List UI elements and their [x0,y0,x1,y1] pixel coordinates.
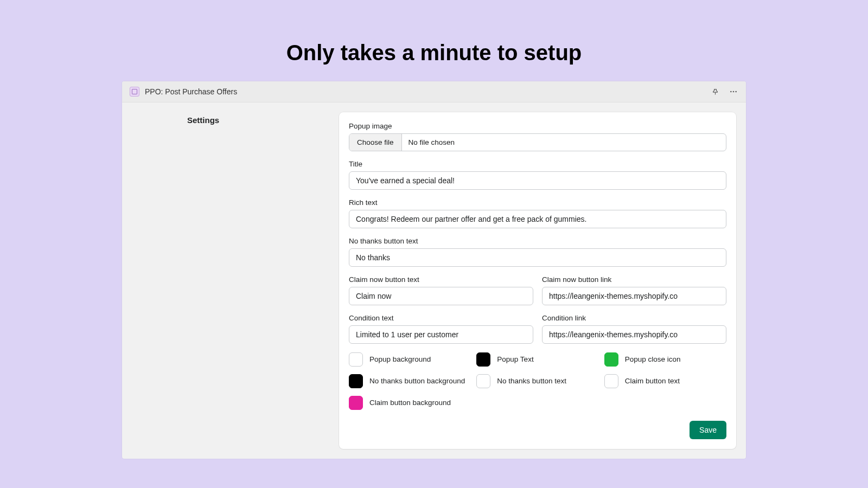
field-claim-text: Claim now button text [349,275,533,305]
color-label: No thanks button text [497,377,566,386]
rich-text-input[interactable] [349,210,726,228]
sidebar: Settings [122,102,339,459]
content-area: Settings Popup image Choose file No file… [122,102,746,459]
svg-point-1 [733,91,735,93]
claim-link-label: Claim now button link [542,275,726,284]
color-no-thanks-bg: No thanks button background [349,374,471,388]
choose-file-button[interactable]: Choose file [349,134,402,151]
color-label: Popup Text [497,355,533,364]
color-claim-text: Claim button text [604,374,726,388]
title-label: Title [349,160,726,168]
color-label: Claim button text [625,377,680,386]
swatch-claim-bg[interactable] [349,396,363,410]
file-status: No file chosen [402,134,462,151]
claim-link-input[interactable] [542,287,726,305]
svg-point-2 [735,91,737,93]
sidebar-title: Settings [187,115,339,125]
swatch-popup-text[interactable] [476,352,490,367]
color-label: No thanks button background [369,377,465,386]
field-no-thanks: No thanks button text [349,237,726,267]
app-icon [130,87,139,97]
condition-text-input[interactable] [349,325,533,344]
swatch-popup-close-icon[interactable] [604,352,618,367]
no-thanks-input[interactable] [349,248,726,267]
swatch-popup-background[interactable] [349,352,363,367]
color-grid: Popup background Popup Text Popup close … [349,352,726,410]
more-icon[interactable] [729,87,738,97]
form-actions: Save [349,421,726,439]
app-title: PPO: Post Purchase Offers [145,87,710,96]
main-panel: Popup image Choose file No file chosen T… [339,102,746,459]
swatch-claim-text[interactable] [604,374,618,388]
popup-image-label: Popup image [349,122,726,130]
color-popup-close-icon: Popup close icon [604,352,726,367]
page-headline: Only takes a minute to setup [0,0,868,81]
color-popup-background: Popup background [349,352,471,367]
pin-icon[interactable] [710,87,720,97]
color-label: Claim button background [369,399,451,408]
field-claim-link: Claim now button link [542,275,726,305]
svg-point-0 [730,91,732,93]
settings-card: Popup image Choose file No file chosen T… [339,112,736,449]
titlebar: PPO: Post Purchase Offers [122,81,746,102]
swatch-no-thanks-text[interactable] [476,374,490,388]
condition-link-label: Condition link [542,314,726,322]
color-label: Popup close icon [625,355,681,364]
titlebar-actions [710,87,738,97]
file-input[interactable]: Choose file No file chosen [349,133,726,151]
app-window: PPO: Post Purchase Offers Settings Popup… [122,81,746,459]
field-title: Title [349,160,726,190]
field-popup-image: Popup image Choose file No file chosen [349,122,726,151]
color-claim-bg: Claim button background [349,396,471,410]
field-rich-text: Rich text [349,198,726,228]
save-button[interactable]: Save [690,421,726,439]
condition-text-label: Condition text [349,314,533,322]
color-label: Popup background [369,355,431,364]
no-thanks-label: No thanks button text [349,237,726,245]
rich-text-label: Rich text [349,198,726,207]
title-input[interactable] [349,171,726,190]
condition-link-input[interactable] [542,325,726,344]
field-condition-link: Condition link [542,314,726,344]
color-no-thanks-text: No thanks button text [476,374,598,388]
color-popup-text: Popup Text [476,352,598,367]
field-condition-text: Condition text [349,314,533,344]
claim-text-label: Claim now button text [349,275,533,284]
swatch-no-thanks-bg[interactable] [349,374,363,388]
claim-text-input[interactable] [349,287,533,305]
